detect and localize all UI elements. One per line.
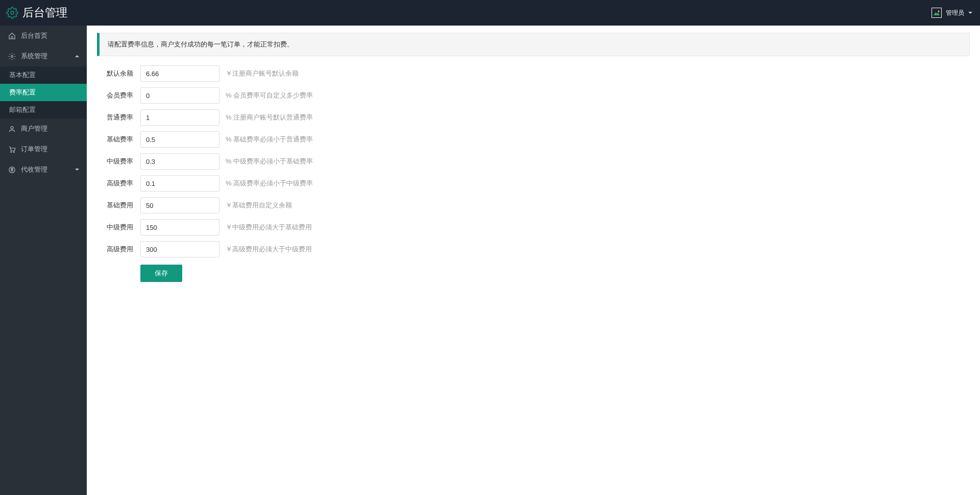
brand-title: 后台管理 [22,5,67,20]
form-label: 中级费用 [97,223,140,232]
form-label: 基础费用 [97,201,140,210]
svg-point-0 [11,11,14,14]
sidebar: 后台首页 系统管理 基本配置 费率配置 邮箱配置 商户管理 [0,26,87,495]
form-label: 中级费率 [97,157,140,166]
alert: 请配置费率信息，商户支付成功的每一笔订单，才能正常扣费。 [97,33,970,56]
form-hint: ￥注册商户账号默认余额 [226,69,299,78]
form-row-member_rate: 会员费率% 会员费率可自定义多少费率 [97,87,970,104]
gear-icon [6,7,18,19]
form-row-base_fee: 基础费用￥基础费用自定义余额 [97,197,970,214]
brand: 后台管理 [6,5,67,20]
svg-point-5 [13,151,14,152]
form-row-default_balance: 默认余额￥注册商户账号默认余额 [97,65,970,82]
form-actions: 保存 [140,265,970,282]
form-row-mid_fee: 中级费用￥中级费用必须大于基础费用 [97,219,970,235]
sidebar-item-orders[interactable]: 订单管理 [0,139,87,159]
svg-point-4 [10,151,11,152]
form-hint: % 注册商户账号默认普通费率 [226,113,313,122]
chevron-down-icon [75,169,79,171]
high_fee-input[interactable] [140,241,219,257]
gear-icon [8,52,16,60]
sidebar-item-collection[interactable]: 代收管理 [0,159,87,180]
default_balance-input[interactable] [140,65,219,82]
form-row-normal_rate: 普通费率% 注册商户账号默认普通费率 [97,109,970,126]
sidebar-item-label: 系统管理 [21,52,47,61]
sidebar-item-label: 基本配置 [9,70,36,80]
sidebar-item-label: 邮箱配置 [9,105,36,114]
form-hint: ￥基础费用自定义余额 [226,201,292,210]
form-label: 会员费率 [97,91,140,100]
form-row-base_rate: 基础费率% 基础费率必须小于普通费率 [97,131,970,148]
base_rate-input[interactable] [140,131,219,148]
sidebar-item-label: 订单管理 [21,145,47,154]
rate-form: 默认余额￥注册商户账号默认余额会员费率% 会员费率可自定义多少费率普通费率% 注… [97,65,970,282]
sidebar-subitem-basic-config[interactable]: 基本配置 [0,66,87,84]
sidebar-item-merchant[interactable]: 商户管理 [0,119,87,139]
chevron-up-icon [75,55,79,57]
form-row-high_fee: 高级费用￥高级费用必须大于中级费用 [97,241,970,257]
form-hint: ￥中级费用必须大于基础费用 [226,223,312,232]
sidebar-item-label: 商户管理 [21,124,47,133]
form-hint: % 高级费率必须小于中级费率 [226,179,313,188]
mid_rate-input[interactable] [140,153,219,170]
member_rate-input[interactable] [140,87,219,104]
user-menu[interactable]: 管理员 [932,8,972,18]
alert-text: 请配置费率信息，商户支付成功的每一笔订单，才能正常扣费。 [108,40,293,48]
content: 请配置费率信息，商户支付成功的每一笔订单，才能正常扣费。 默认余额￥注册商户账号… [87,26,980,495]
form-label: 默认余额 [97,69,140,78]
save-button[interactable]: 保存 [140,265,182,282]
avatar [932,8,942,18]
cart-icon [8,145,16,153]
form-row-high_rate: 高级费率% 高级费率必须小于中级费率 [97,175,970,192]
user-icon [8,125,16,133]
form-hint: ￥高级费用必须大于中级费用 [226,245,312,254]
svg-point-3 [11,126,13,129]
sidebar-item-home[interactable]: 后台首页 [0,26,87,46]
svg-point-1 [938,11,940,12]
sidebar-item-label: 费率配置 [9,88,36,97]
form-hint: % 会员费率可自定义多少费率 [226,91,313,100]
chevron-down-icon [968,12,972,14]
form-hint: % 中级费率必须小于基础费率 [226,157,313,166]
form-label: 普通费率 [97,113,140,122]
layout: 后台首页 系统管理 基本配置 费率配置 邮箱配置 商户管理 [0,26,980,495]
home-icon [8,32,16,40]
sidebar-item-label: 代收管理 [21,165,47,174]
form-label: 基础费率 [97,135,140,144]
form-label: 高级费率 [97,179,140,188]
svg-point-2 [11,55,13,57]
base_fee-input[interactable] [140,197,219,214]
sidebar-subitem-email-config[interactable]: 邮箱配置 [0,101,87,119]
sidebar-item-system[interactable]: 系统管理 [0,46,87,66]
form-label: 高级费用 [97,245,140,254]
form-hint: % 基础费率必须小于普通费率 [226,135,313,144]
high_rate-input[interactable] [140,175,219,192]
form-row-mid_rate: 中级费率% 中级费率必须小于基础费率 [97,153,970,170]
user-name: 管理员 [946,9,964,17]
topbar: 后台管理 管理员 [0,0,980,26]
normal_rate-input[interactable] [140,109,219,126]
dollar-icon [8,166,16,174]
sidebar-subitem-rate-config[interactable]: 费率配置 [0,84,87,101]
mid_fee-input[interactable] [140,219,219,235]
sidebar-item-label: 后台首页 [21,31,47,40]
